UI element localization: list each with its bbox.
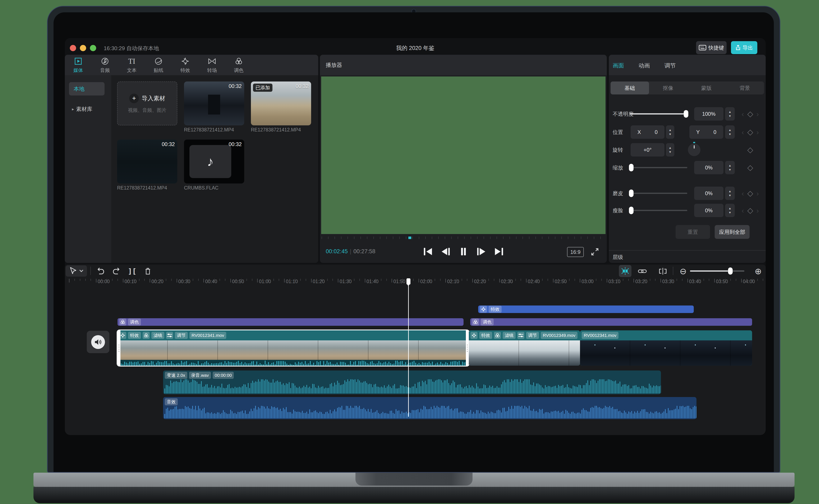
color-track-bar[interactable]: 调色: [117, 318, 464, 326]
media-item[interactable]: 00:32: [117, 140, 177, 183]
scale-value[interactable]: 0%: [694, 161, 723, 174]
sliders-icon: [517, 332, 525, 339]
opacity-slider[interactable]: [630, 113, 687, 115]
shortcuts-button[interactable]: 快捷键: [696, 41, 727, 54]
split-clip-button[interactable]: ][: [127, 267, 137, 276]
player-scrubber[interactable]: [321, 236, 605, 240]
tab-adjust[interactable]: 调节: [665, 62, 676, 69]
frame-back-button[interactable]: [439, 246, 452, 257]
ruler-label: 01:40: [366, 279, 379, 284]
smooth-skin-value[interactable]: 0%: [694, 187, 723, 200]
subtab-basic[interactable]: 基础: [611, 81, 649, 94]
media-item[interactable]: 已添加00:32: [251, 81, 311, 125]
media-filename: RE127838721412.MP4: [117, 185, 177, 191]
library-tab-transition[interactable]: 转场: [199, 57, 225, 74]
library-tab-audio[interactable]: 音频: [92, 57, 118, 74]
smooth-skin-keyframe[interactable]: ‹◇›: [736, 188, 765, 198]
position-keyframe[interactable]: ‹◇›: [736, 127, 765, 137]
slim-face-stepper[interactable]: ▲▼: [725, 204, 735, 217]
zoom-in-icon[interactable]: ⊕: [754, 267, 763, 276]
filmstrip: [580, 340, 752, 366]
import-media-button[interactable]: +导入素材 视频、音频、图片: [117, 81, 177, 125]
tab-animation[interactable]: 动画: [639, 62, 650, 69]
slim-face-value[interactable]: 0%: [694, 204, 723, 217]
subtab-background[interactable]: 背景: [726, 81, 764, 94]
scale-keyframe[interactable]: ‹◇›: [736, 163, 765, 173]
track-mute-button[interactable]: [87, 331, 109, 353]
timeline-zoom-slider[interactable]: [690, 270, 744, 272]
apply-to-all-button[interactable]: 应用到全部: [715, 225, 750, 239]
duration-label: 00:32: [162, 141, 175, 147]
scale-slider[interactable]: [630, 167, 687, 168]
library-tab-sticker[interactable]: 贴纸: [145, 57, 172, 74]
keyboard-icon: [699, 45, 706, 50]
zoom-out-icon[interactable]: ⊖: [679, 267, 688, 276]
timeline-ruler[interactable]: 00:0000:1000:2000:3000:4000:5001:0001:10…: [65, 278, 766, 285]
transition-icon: [208, 57, 216, 66]
aspect-ratio-button[interactable]: 16:9: [567, 247, 584, 257]
rotate-value[interactable]: +0°: [631, 143, 665, 157]
position-y-field[interactable]: Y0: [689, 125, 723, 139]
media-filename: CRUMBS.FLAC: [184, 185, 244, 191]
video-clip[interactable]: 特效滤镜调节RV0012341.mov: [117, 330, 469, 366]
chevron-down-icon[interactable]: [79, 270, 83, 272]
export-button[interactable]: 导出: [731, 41, 757, 54]
undo-button[interactable]: [96, 267, 105, 276]
position-x-stepper[interactable]: ▲▼: [666, 125, 674, 139]
slim-face-keyframe[interactable]: ‹◇›: [736, 205, 765, 215]
library-tab-circles[interactable]: 调色: [225, 57, 252, 74]
subtab-mask[interactable]: 蒙版: [687, 81, 726, 94]
tab-picture[interactable]: 画面: [613, 62, 624, 69]
color-track-bar[interactable]: 调色: [470, 318, 752, 326]
library-tab-media[interactable]: 媒体: [65, 57, 92, 74]
ruler-label: 00:20: [151, 279, 163, 284]
rotate-keyframe[interactable]: ‹◇›: [736, 145, 765, 155]
sidebar-item-local[interactable]: 本地: [69, 82, 105, 95]
media-item[interactable]: ♪00:32: [184, 140, 244, 183]
position-y-stepper[interactable]: ▲▼: [725, 125, 735, 139]
scale-stepper[interactable]: ▲▼: [725, 161, 735, 174]
opacity-keyframe[interactable]: ‹◇›: [736, 109, 765, 119]
frame-forward-button[interactable]: [475, 246, 488, 257]
position-x-field[interactable]: X0: [631, 125, 665, 139]
playhead[interactable]: [408, 278, 409, 417]
audio-clip[interactable]: 变速 2.0x录音.wav00:00:00: [163, 370, 661, 394]
video-clip[interactable]: 特效滤镜调节RV0012349.mov: [469, 330, 580, 366]
smooth-skin-row: 磨皮 0% ▲▼ ‹◇›: [609, 187, 766, 200]
ruler-label: 02:50: [555, 279, 567, 284]
skip-start-button[interactable]: [421, 246, 435, 257]
timecode: 00:02:45|00:27:58: [326, 248, 375, 255]
video-clip[interactable]: RV0012341.mov: [580, 330, 752, 366]
pause-button[interactable]: [457, 246, 470, 257]
circlesS-icon: [472, 318, 479, 326]
snap-toggle-button[interactable]: [619, 265, 632, 277]
slim-face-slider[interactable]: [630, 210, 687, 211]
app-window: 16:30:29 自动保存本地 我的 2020 年鉴 快捷键 导出 媒体音频TI…: [65, 38, 766, 435]
ruler-label: 03:50: [716, 279, 728, 284]
library-tab-star[interactable]: 特效: [172, 57, 199, 74]
sidebar-item-assets[interactable]: ▸素材库: [69, 102, 105, 116]
effect-track-bar[interactable]: 特效: [478, 305, 694, 313]
library-tab-text[interactable]: TI文本: [118, 57, 145, 74]
link-clips-icon[interactable]: [638, 267, 647, 276]
opacity-value[interactable]: 100%: [694, 107, 723, 121]
select-tool-button[interactable]: [69, 267, 76, 275]
smooth-skin-stepper[interactable]: ▲▼: [725, 187, 735, 200]
fullscreen-icon[interactable]: [590, 247, 600, 257]
project-title: 我的 2020 年鉴: [65, 44, 766, 52]
smooth-skin-slider[interactable]: [630, 193, 687, 194]
skip-end-button[interactable]: [492, 246, 506, 257]
ruler-label: 03:30: [662, 279, 674, 284]
reset-button[interactable]: 重置: [676, 225, 710, 239]
ruler-label: 02:40: [528, 279, 540, 284]
rotation-knob[interactable]: [688, 144, 700, 156]
subtab-keying[interactable]: 抠像: [649, 81, 688, 94]
rotate-stepper[interactable]: ▲▼: [666, 143, 674, 157]
audio-clip[interactable]: 音效: [163, 397, 697, 419]
delete-button[interactable]: [143, 267, 152, 276]
opacity-stepper[interactable]: ▲▼: [725, 107, 735, 121]
mirror-split-icon[interactable]: [658, 267, 667, 276]
redo-button[interactable]: [112, 267, 121, 276]
media-item[interactable]: 00:32: [184, 81, 244, 125]
video-preview[interactable]: [321, 76, 606, 234]
